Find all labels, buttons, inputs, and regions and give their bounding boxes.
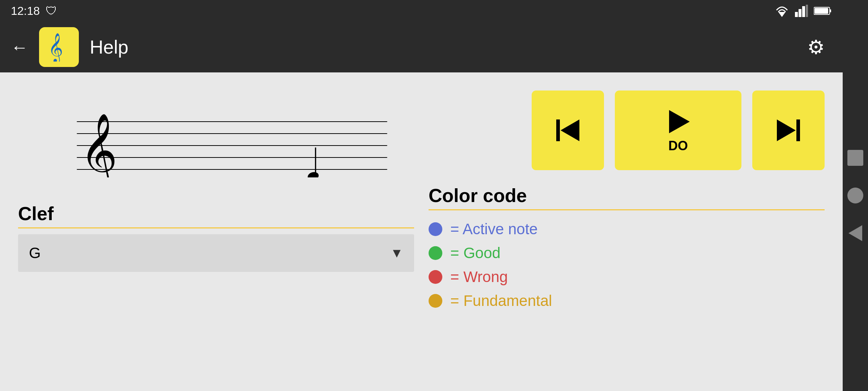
settings-button[interactable]: ⚙ — [804, 32, 828, 62]
side-button-circle[interactable] — [847, 188, 863, 203]
color-item-fundamental: = Fundamental — [429, 292, 825, 310]
staff-area: 𝄞 — [18, 87, 414, 188]
active-note-dot — [429, 222, 442, 236]
time-display: 12:18 — [11, 4, 40, 18]
back-button[interactable]: ← — [7, 34, 32, 61]
side-button-square[interactable] — [847, 150, 863, 166]
clef-dropdown-value: G — [29, 244, 41, 262]
svg-rect-21 — [796, 119, 800, 141]
svg-rect-17 — [556, 119, 560, 141]
play-note-label: DO — [668, 138, 688, 154]
side-button-back[interactable] — [848, 225, 862, 241]
active-note-label: = Active note — [450, 220, 538, 238]
color-code-title: Color code — [429, 185, 825, 206]
svg-text:𝄞: 𝄞 — [80, 114, 118, 178]
svg-rect-1 — [795, 12, 798, 17]
app-icon: 𝄞 — [39, 27, 79, 67]
skip-forward-button[interactable] — [752, 91, 825, 170]
color-code-section: Color code = Active note = Good = Wrong — [429, 185, 825, 310]
page-title: Help — [90, 36, 796, 58]
svg-marker-19 — [669, 110, 690, 133]
svg-rect-7 — [814, 8, 828, 14]
signal-icon — [795, 5, 808, 17]
wrong-dot — [429, 270, 442, 284]
color-items: = Active note = Good = Wrong = Fundament… — [429, 213, 825, 310]
side-nav — [843, 0, 868, 391]
svg-marker-18 — [561, 119, 579, 141]
clef-section: Clef G ▼ — [18, 203, 414, 272]
svg-rect-2 — [799, 9, 801, 17]
svg-point-16 — [307, 171, 319, 177]
battery-icon — [814, 6, 832, 16]
skip-back-button[interactable] — [532, 91, 604, 170]
wrong-label: = Wrong — [450, 268, 508, 286]
svg-rect-3 — [802, 6, 805, 17]
status-bar: 12:18 🛡 — [0, 0, 843, 22]
status-left: 12:18 🛡 — [11, 4, 57, 18]
color-item-good: = Good — [429, 244, 825, 262]
svg-rect-4 — [806, 5, 808, 17]
chevron-down-icon: ▼ — [390, 245, 403, 261]
svg-rect-6 — [830, 9, 831, 12]
playback-buttons: DO — [429, 91, 825, 170]
wifi-icon — [775, 5, 789, 17]
good-label: = Good — [450, 244, 501, 262]
fundamental-label: = Fundamental — [450, 292, 552, 310]
svg-marker-20 — [777, 119, 796, 141]
top-bar: ← 𝄞 Help ⚙ — [0, 22, 843, 72]
left-panel: 𝄞 Clef G ▼ — [18, 87, 414, 377]
svg-marker-0 — [778, 12, 786, 17]
clef-title: Clef — [18, 203, 414, 224]
clef-dropdown[interactable]: G ▼ — [18, 234, 414, 272]
main-content: 𝄞 Clef G ▼ — [0, 72, 843, 391]
color-code-divider — [429, 209, 825, 210]
right-panel: DO Color code = Active note — [429, 87, 825, 377]
app-container: 12:18 🛡 ← 𝄞 — [0, 0, 843, 391]
good-dot — [429, 246, 442, 260]
play-button[interactable]: DO — [615, 91, 741, 170]
color-item-wrong: = Wrong — [429, 268, 825, 286]
svg-text:𝄞: 𝄞 — [48, 33, 63, 62]
fundamental-dot — [429, 294, 442, 308]
notification-icon: 🛡 — [46, 4, 57, 18]
clef-divider — [18, 227, 414, 228]
color-item-active: = Active note — [429, 220, 825, 238]
status-right — [775, 5, 832, 17]
